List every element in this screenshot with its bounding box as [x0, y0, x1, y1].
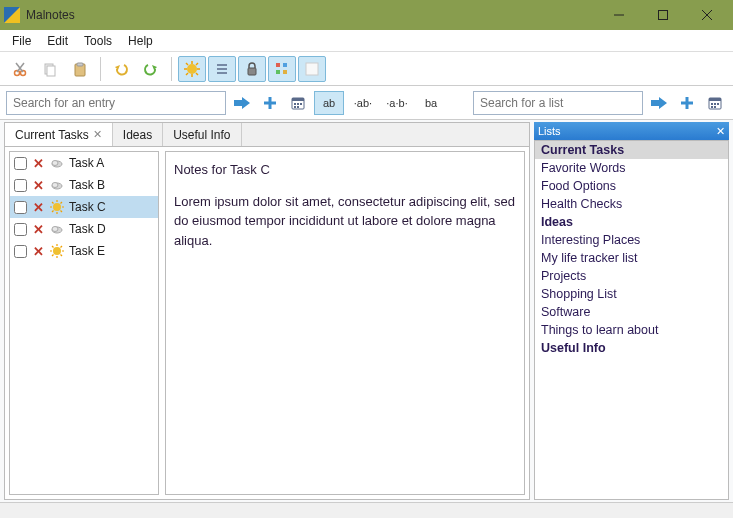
task-checkbox[interactable]	[14, 201, 27, 214]
note-title: Notes for Task C	[174, 160, 516, 180]
add-entry-button[interactable]	[258, 91, 282, 115]
menu-help[interactable]: Help	[120, 32, 161, 50]
window-title: Malnotes	[26, 8, 597, 22]
copy-button[interactable]	[36, 56, 64, 82]
sun-icon	[49, 243, 65, 259]
main-toolbar	[0, 52, 733, 86]
svg-rect-28	[248, 68, 256, 75]
maximize-button[interactable]	[641, 0, 685, 30]
format-ab-button[interactable]: ab	[314, 91, 344, 115]
search-bar: ab ·ab· ·a·b· ba	[0, 86, 733, 120]
svg-rect-33	[306, 63, 318, 75]
titlebar: Malnotes	[0, 0, 733, 30]
tab-label: Useful Info	[173, 128, 230, 142]
calendar-entry-button[interactable]	[286, 91, 310, 115]
svg-rect-38	[292, 98, 304, 101]
entry-search-input[interactable]	[6, 91, 226, 115]
cloud-icon	[49, 177, 65, 193]
task-row[interactable]: ✕Task A	[10, 152, 158, 174]
format-ba-button[interactable]: ba	[416, 91, 446, 115]
minimize-button[interactable]	[597, 0, 641, 30]
tab-close-icon[interactable]: ✕	[93, 128, 102, 141]
task-delete-icon[interactable]: ✕	[31, 200, 45, 215]
list-item[interactable]: Software	[535, 303, 728, 321]
entry-search-go-button[interactable]	[230, 91, 254, 115]
list-item[interactable]: Health Checks	[535, 195, 728, 213]
lists-close-icon[interactable]: ✕	[716, 125, 725, 138]
notes-panel[interactable]: Notes for Task C Lorem ipsum dolor sit a…	[165, 151, 525, 495]
format-a-b-button[interactable]: ·a·b·	[382, 91, 412, 115]
svg-rect-31	[276, 70, 280, 74]
task-row[interactable]: ✕Task E	[10, 240, 158, 262]
list-item[interactable]: My life tracker list	[535, 249, 728, 267]
format-dot-ab-button[interactable]: ·ab·	[348, 91, 378, 115]
svg-line-63	[52, 202, 54, 204]
menu-edit[interactable]: Edit	[39, 32, 76, 50]
svg-line-75	[61, 255, 63, 257]
list-search-input[interactable]	[473, 91, 643, 115]
svg-rect-13	[77, 63, 83, 66]
list-item[interactable]: Useful Info	[535, 339, 728, 357]
cloud-icon	[49, 155, 65, 171]
svg-marker-34	[234, 97, 250, 109]
svg-line-77	[52, 255, 54, 257]
lists-panel: Lists ✕ Current TasksFavorite WordsFood …	[534, 122, 729, 500]
task-name: Task E	[69, 244, 105, 258]
add-list-button[interactable]	[675, 91, 699, 115]
new-entry-button[interactable]	[178, 56, 206, 82]
app-logo-icon	[4, 7, 20, 23]
toolbar-separator	[171, 57, 172, 81]
tab-ideas[interactable]: Ideas	[113, 123, 163, 146]
list-item[interactable]: Ideas	[535, 213, 728, 231]
task-delete-icon[interactable]: ✕	[31, 156, 45, 171]
svg-rect-39	[294, 103, 296, 105]
list-item[interactable]: Current Tasks	[535, 141, 728, 159]
tab-useful-info[interactable]: Useful Info	[163, 123, 241, 146]
tab-current-tasks[interactable]: Current Tasks✕	[5, 123, 113, 146]
svg-rect-52	[711, 106, 713, 108]
svg-line-22	[196, 73, 198, 75]
task-delete-icon[interactable]: ✕	[31, 222, 45, 237]
menu-tools[interactable]: Tools	[76, 32, 120, 50]
task-row[interactable]: ✕Task B	[10, 174, 158, 196]
grid-view-button[interactable]	[268, 56, 296, 82]
status-bar	[0, 502, 733, 518]
list-search-go-button[interactable]	[647, 91, 671, 115]
list-item[interactable]: Favorite Words	[535, 159, 728, 177]
task-checkbox[interactable]	[14, 157, 27, 170]
svg-line-23	[196, 63, 198, 65]
paste-button[interactable]	[66, 56, 94, 82]
task-row[interactable]: ✕Task D	[10, 218, 158, 240]
svg-marker-15	[152, 65, 157, 70]
task-row[interactable]: ✕Task C	[10, 196, 158, 218]
svg-point-16	[187, 64, 197, 74]
tab-label: Ideas	[123, 128, 152, 142]
lock-button[interactable]	[238, 56, 266, 82]
cloud-icon	[49, 221, 65, 237]
calendar-list-button[interactable]	[703, 91, 727, 115]
list-view-button[interactable]	[208, 56, 236, 82]
svg-point-57	[52, 183, 58, 188]
menu-file[interactable]: File	[4, 32, 39, 50]
svg-point-68	[52, 227, 58, 232]
redo-button[interactable]	[137, 56, 165, 82]
list-item[interactable]: Interesting Places	[535, 231, 728, 249]
list-item[interactable]: Things to learn about	[535, 321, 728, 339]
undo-button[interactable]	[107, 56, 135, 82]
list-item[interactable]: Shopping List	[535, 285, 728, 303]
svg-marker-14	[115, 65, 120, 70]
list-item[interactable]: Projects	[535, 267, 728, 285]
note-body: Lorem ipsum dolor sit amet, consectetur …	[174, 192, 516, 251]
list-item[interactable]: Food Options	[535, 177, 728, 195]
cut-button[interactable]	[6, 56, 34, 82]
task-checkbox[interactable]	[14, 223, 27, 236]
task-delete-icon[interactable]: ✕	[31, 244, 45, 259]
task-checkbox[interactable]	[14, 245, 27, 258]
close-button[interactable]	[685, 0, 729, 30]
blank-button[interactable]	[298, 56, 326, 82]
task-delete-icon[interactable]: ✕	[31, 178, 45, 193]
svg-point-58	[53, 203, 61, 211]
task-checkbox[interactable]	[14, 179, 27, 192]
svg-marker-44	[651, 97, 667, 109]
tab-body: ✕Task A✕Task B✕Task C✕Task D✕Task E Note…	[4, 146, 530, 500]
